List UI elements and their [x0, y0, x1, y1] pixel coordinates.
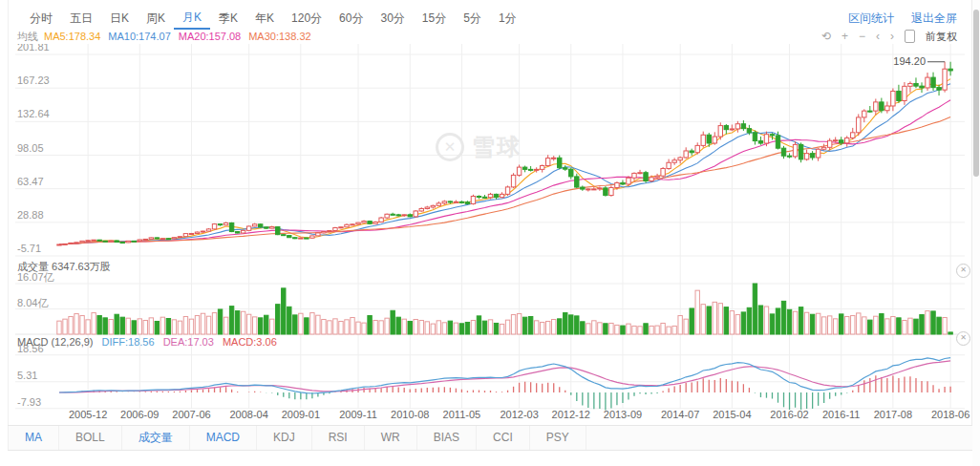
tab-boll[interactable]: BOLL [59, 426, 122, 450]
adjust-mode-label[interactable]: 前复权 [926, 30, 957, 44]
svg-text:132.64: 132.64 [17, 108, 50, 119]
tab-bias[interactable]: BIAS [417, 426, 477, 450]
svg-text:98.05: 98.05 [17, 142, 44, 154]
tab-volume[interactable]: 成交量 [122, 426, 190, 450]
svg-text:2009-11: 2009-11 [339, 409, 377, 420]
tab-psy[interactable]: PSY [530, 426, 586, 450]
svg-text:2010-08: 2010-08 [391, 409, 429, 420]
svg-text:2016-02: 2016-02 [770, 409, 808, 420]
svg-text:2007-06: 2007-06 [172, 409, 210, 420]
ma-legend-title: 均线 [8, 30, 38, 44]
period-daily[interactable]: 日K [101, 9, 138, 29]
tab-rsi[interactable]: RSI [312, 426, 365, 450]
svg-text:-7.93: -7.93 [17, 396, 41, 408]
macd-pane-title: MACD (12,26,9) DIFF:18.56 DEA:17.03 MACD… [17, 336, 277, 348]
screenshot-icon[interactable] [905, 30, 915, 43]
period-5min[interactable]: 5分 [455, 9, 490, 29]
tab-cci[interactable]: CCI [477, 426, 530, 450]
tab-wr[interactable]: WR [365, 426, 417, 450]
svg-text:2008-04: 2008-04 [229, 409, 267, 420]
svg-text:2015-04: 2015-04 [713, 409, 751, 420]
svg-text:2005-12: 2005-12 [69, 409, 107, 420]
period-toolbar: 分时 五日 日K 周K 月K 季K 年K 120分 60分 30分 15分 5分… [8, 8, 970, 29]
svg-text:63.47: 63.47 [17, 176, 44, 187]
period-minute[interactable]: 分时 [21, 9, 61, 29]
diff-value: DIFF:18.56 [102, 336, 155, 348]
svg-text:2013-09: 2013-09 [604, 409, 642, 420]
period-15min[interactable]: 15分 [414, 9, 455, 29]
period-monthly[interactable]: 月K [174, 8, 210, 30]
tab-ma[interactable]: MA [8, 426, 59, 450]
reset-icon[interactable]: ⟲ [821, 31, 831, 42]
svg-text:2016-11: 2016-11 [822, 409, 861, 420]
scrollbar-thumb[interactable] [973, 10, 979, 177]
macd-value: MACD:3.06 [223, 336, 277, 348]
ma30-value: MA30:138.32 [248, 31, 310, 42]
period-120min[interactable]: 120分 [283, 9, 330, 29]
pan-left-icon[interactable]: ‹ [876, 31, 880, 42]
kline-fullscreen-app: 分时 五日 日K 周K 月K 季K 年K 120分 60分 30分 15分 5分… [0, 0, 980, 466]
ma-legend-row: 均线 MA5:178.34 MA10:174.07 MA20:157.08 MA… [8, 29, 970, 44]
svg-text:194.20: 194.20 [893, 55, 926, 67]
macd-params-label: MACD (12,26,9) [17, 336, 93, 348]
period-list: 分时 五日 日K 周K 月K 季K 年K 120分 60分 30分 15分 5分… [8, 8, 525, 30]
volume-pane-title: 成交量 6347.63万股 [17, 260, 111, 274]
period-60min[interactable]: 60分 [330, 9, 372, 29]
svg-text:-5.71: -5.71 [17, 243, 41, 254]
page-scrollbar [972, 0, 980, 466]
period-weekly[interactable]: 周K [138, 9, 174, 29]
svg-text:201.81: 201.81 [17, 44, 50, 53]
dea-value: DEA:17.03 [163, 336, 214, 348]
svg-text:8.04亿: 8.04亿 [17, 297, 48, 308]
exit-fullscreen-link[interactable]: 退出全屏 [911, 11, 957, 27]
svg-text:2017-08: 2017-08 [874, 409, 912, 420]
period-yearly[interactable]: 年K [246, 9, 283, 29]
svg-text:2018-06: 2018-06 [931, 409, 969, 420]
toolbar-right: 区间统计 退出全屏 [848, 11, 970, 27]
svg-text:2012-12: 2012-12 [552, 409, 590, 420]
period-5day[interactable]: 五日 [61, 9, 101, 29]
volume-pane-close-icon[interactable]: ✕ [956, 264, 970, 278]
svg-text:167.23: 167.23 [17, 74, 50, 86]
kline-chart-canvas[interactable]: 201.81167.23132.6498.0563.4728.88-5.7116… [8, 44, 972, 422]
period-quarterly[interactable]: 季K [210, 9, 246, 29]
ma10-value: MA10:174.07 [108, 31, 170, 42]
svg-text:28.88: 28.88 [17, 209, 44, 221]
chart-controls: ⟲ + − ‹ › 前复权 [821, 30, 970, 44]
pan-right-icon[interactable]: › [890, 31, 894, 42]
ma20-value: MA20:157.08 [179, 31, 241, 42]
svg-text:2009-01: 2009-01 [282, 409, 320, 420]
tab-macd[interactable]: MACD [190, 426, 257, 450]
range-stats-link[interactable]: 区间统计 [848, 11, 894, 27]
svg-text:2014-07: 2014-07 [661, 409, 699, 420]
svg-text:2011-05: 2011-05 [443, 409, 481, 420]
period-30min[interactable]: 30分 [372, 9, 413, 29]
period-1min[interactable]: 1分 [490, 9, 525, 29]
ma5-value: MA5:178.34 [44, 31, 100, 42]
tab-kdj[interactable]: KDJ [257, 426, 312, 450]
svg-text:2012-03: 2012-03 [500, 409, 538, 420]
macd-pane-close-icon[interactable]: ✕ [956, 331, 970, 346]
zoom-in-icon[interactable]: + [842, 31, 848, 42]
indicator-tabs: MA BOLL 成交量 MACD KDJ RSI WR BIAS CCI PSY [8, 425, 972, 451]
svg-text:5.31: 5.31 [17, 370, 37, 381]
svg-text:2006-09: 2006-09 [120, 409, 159, 420]
zoom-out-icon[interactable]: − [859, 31, 865, 42]
